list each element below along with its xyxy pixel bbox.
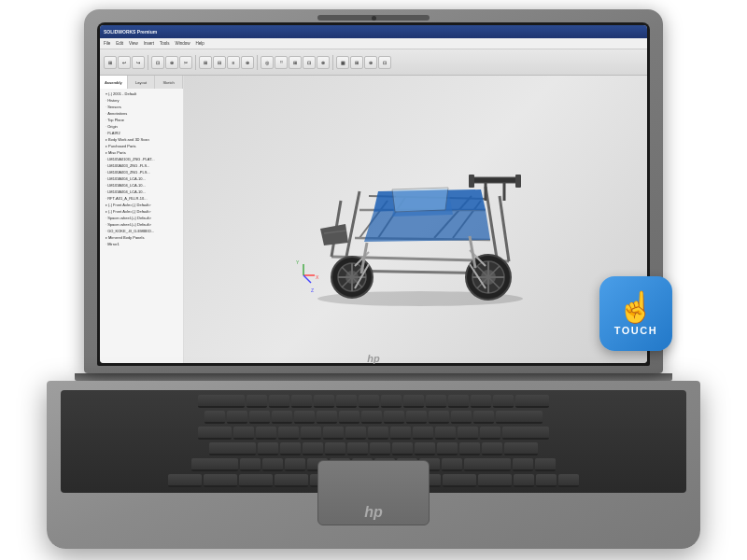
tree-annotations[interactable]: Annotations: [102, 110, 181, 117]
toolbar-btn-19[interactable]: ⊡: [378, 56, 391, 69]
toolbar-btn-10[interactable]: ⊕: [241, 56, 254, 69]
key-f8[interactable]: [403, 395, 424, 408]
tree-lm103-2[interactable]: LM103A004_LCA-10...: [102, 182, 181, 189]
key-quote[interactable]: [482, 442, 502, 455]
menu-insert[interactable]: Insert: [144, 41, 154, 46]
key-tab[interactable]: [198, 427, 232, 440]
menu-edit[interactable]: Edit: [116, 41, 123, 46]
tree-flair[interactable]: FLAIR2: [102, 130, 181, 136]
key-backspace[interactable]: [496, 411, 543, 424]
key-right[interactable]: [558, 474, 579, 487]
tree-purchased[interactable]: Purchased Parts: [102, 143, 181, 149]
key-f2[interactable]: [269, 395, 289, 408]
key-win[interactable]: [239, 474, 273, 487]
key-tilde[interactable]: [204, 411, 225, 424]
toolbar-btn-8[interactable]: ⊟: [213, 56, 226, 69]
key-esc[interactable]: [198, 395, 245, 408]
menu-help[interactable]: Help: [196, 41, 204, 46]
key-c[interactable]: [285, 458, 305, 471]
key-left[interactable]: [514, 474, 534, 487]
key-fn[interactable]: [204, 474, 237, 487]
key-enter-2[interactable]: [504, 442, 538, 455]
key-bracket-l[interactable]: [458, 427, 478, 440]
tree-lm100-2[interactable]: LM100A003_ZNG -PLS...: [102, 169, 181, 175]
key-1[interactable]: [227, 411, 247, 424]
tree-lm105[interactable]: LM105A010G_ZNG -PLAT...: [102, 156, 181, 162]
toolbar-btn-16[interactable]: ▦: [336, 56, 349, 69]
menu-window[interactable]: Window: [176, 41, 190, 46]
sidebar-tab-assembly[interactable]: Assembly: [100, 76, 128, 89]
key-r[interactable]: [301, 427, 321, 440]
sidebar-tab-layout[interactable]: Layout: [128, 76, 156, 89]
key-d[interactable]: [303, 442, 323, 455]
toolbar-btn-5[interactable]: ⊕: [165, 56, 178, 69]
toolbar-btn-13[interactable]: ⊞: [289, 56, 302, 69]
key-3[interactable]: [272, 411, 292, 424]
key-f3[interactable]: [291, 395, 312, 408]
key-g[interactable]: [347, 442, 368, 455]
key-k[interactable]: [415, 442, 435, 455]
key-alt-r[interactable]: [443, 474, 476, 487]
key-i[interactable]: [390, 427, 411, 440]
menu-tools[interactable]: Tools: [160, 41, 170, 46]
key-f6[interactable]: [359, 395, 379, 408]
tree-lm100-1[interactable]: LM100A003_ZNG -FLS...: [102, 162, 181, 169]
key-o[interactable]: [413, 427, 433, 440]
tree-go-koke[interactable]: GO_KOKE_-B_G-EMBED...: [102, 228, 181, 234]
toolbar-btn-3[interactable]: ↪: [132, 56, 145, 69]
toolbar-btn-1[interactable]: ⊞: [104, 56, 117, 69]
key-0[interactable]: [429, 411, 449, 424]
key-e[interactable]: [278, 427, 299, 440]
toolbar-btn-14[interactable]: ⊡: [303, 56, 316, 69]
key-5[interactable]: [317, 411, 337, 424]
key-f11[interactable]: [471, 395, 491, 408]
key-bracket-r[interactable]: [480, 427, 500, 440]
menu-view[interactable]: View: [129, 41, 138, 46]
toolbar-btn-18[interactable]: ⊕: [364, 56, 377, 69]
key-8[interactable]: [384, 411, 404, 424]
toolbar-btn-4[interactable]: ⊡: [151, 56, 164, 69]
toolbar-btn-12[interactable]: ⌗: [275, 56, 288, 69]
key-f10[interactable]: [448, 395, 469, 408]
key-z[interactable]: [240, 458, 261, 471]
key-f9[interactable]: [426, 395, 446, 408]
key-f12[interactable]: [493, 395, 514, 408]
toolbar-btn-11[interactable]: ◎: [261, 56, 274, 69]
key-x[interactable]: [262, 458, 283, 471]
key-s[interactable]: [280, 442, 301, 455]
key-up[interactable]: [513, 458, 533, 471]
key-7[interactable]: [361, 411, 382, 424]
toolbar-btn-17[interactable]: ⊞: [350, 56, 363, 69]
key-h[interactable]: [370, 442, 390, 455]
key-2[interactable]: [249, 411, 270, 424]
key-t[interactable]: [323, 427, 344, 440]
key-f4[interactable]: [314, 395, 334, 408]
key-shift-l[interactable]: [191, 458, 238, 471]
key-j[interactable]: [392, 442, 413, 455]
key-f5[interactable]: [336, 395, 357, 408]
tree-root[interactable]: (-) 2001 - Default: [102, 91, 181, 97]
toolbar-btn-15[interactable]: ⊗: [317, 56, 330, 69]
key-9[interactable]: [406, 411, 427, 424]
toolbar-btn-6[interactable]: ✂: [179, 56, 192, 69]
key-ctrl-l[interactable]: [168, 474, 202, 487]
key-l[interactable]: [437, 442, 458, 455]
key-ctrl-r[interactable]: [478, 474, 512, 487]
key-4[interactable]: [294, 411, 315, 424]
key-equals[interactable]: [473, 411, 494, 424]
tree-mirrored[interactable]: Mirrored Body Panels: [102, 234, 181, 241]
tree-front-axle-1[interactable]: (-) Front Axle=(-) Default>: [102, 202, 181, 208]
key-enter[interactable]: [502, 427, 549, 440]
tree-front-axle-2[interactable]: (-) Front Axle=(-) Default>: [102, 208, 181, 215]
tree-rft[interactable]: RFT-A01_A_RLLR-10...: [102, 195, 181, 202]
tree-spacer-1[interactable]: Spacer-wheel-(+) Default>: [102, 215, 181, 221]
key-q[interactable]: [233, 427, 254, 440]
menu-file[interactable]: File: [104, 41, 110, 46]
key-u[interactable]: [368, 427, 388, 440]
key-minus[interactable]: [451, 411, 472, 424]
tree-misc[interactable]: Misc Parts: [102, 149, 181, 156]
key-p[interactable]: [435, 427, 456, 440]
key-shift-r[interactable]: [464, 458, 511, 471]
key-f[interactable]: [325, 442, 345, 455]
toolbar-btn-9[interactable]: ≡: [227, 56, 240, 69]
